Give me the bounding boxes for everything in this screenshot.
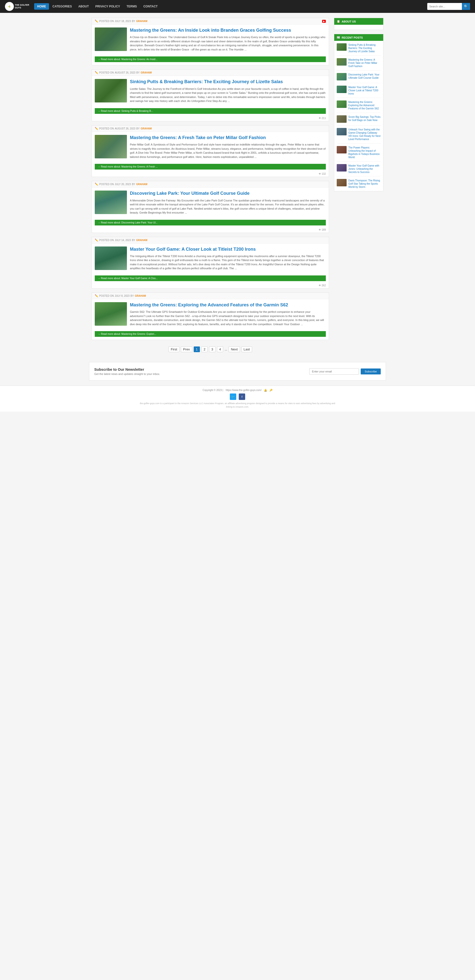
recent-post-title-9[interactable]: Master Your Golf Game with Jones: Unleas… xyxy=(348,164,381,174)
recent-post-title-3[interactable]: Discovering Lake Park: Your Ultimate Gol… xyxy=(348,73,381,80)
post-date-label-2: POSTED ON xyxy=(99,71,114,74)
nav-categories[interactable]: CATEGORIES xyxy=(49,3,75,10)
read-more-3[interactable]: → Read more about: Mastering the Greens:… xyxy=(95,164,326,170)
post-by-label-3: BY xyxy=(136,127,140,130)
post-date-label-1: POSTED ON xyxy=(99,20,114,22)
pencil-icon-2: ✏️ xyxy=(95,71,98,74)
post-views-4: 👁 189 xyxy=(92,228,329,232)
post-title-3[interactable]: Mastering the Greens: A Fresh Take on Pe… xyxy=(130,135,326,140)
recent-post-title-10[interactable]: Davis Thompson: The Rising Golf Star Tak… xyxy=(348,179,381,189)
page-prev[interactable]: Prev xyxy=(181,347,192,352)
post-author-3: GRAHAM xyxy=(140,127,152,130)
post-by-label-1: BY xyxy=(132,20,135,22)
post-author-4: GRAHAM xyxy=(136,183,147,186)
post-meta-4: ✏️ POSTED ON JULY 20, 2023 BY GRAHAM xyxy=(92,181,329,188)
post-title-5[interactable]: Master Your Golf Game: A Closer Look at … xyxy=(130,247,326,252)
nav-privacy[interactable]: PRIVACY POLICY xyxy=(92,3,123,10)
nav-about[interactable]: ABOUT xyxy=(75,3,92,10)
read-more-5[interactable]: → Read more about: Master Your Golf Game… xyxy=(95,275,326,281)
recent-item-3: Discovering Lake Park: Your Ultimate Gol… xyxy=(337,73,381,83)
sidebar-recent-content: Sinking Putts & Breaking Barriers: The E… xyxy=(334,41,383,191)
page-next[interactable]: Next xyxy=(229,347,240,352)
page-first[interactable]: First xyxy=(168,347,180,352)
post-views-5: 👁 262 xyxy=(92,284,329,288)
recent-thumb-7 xyxy=(337,128,346,135)
recent-thumb-2 xyxy=(337,58,346,65)
footer-copyright: Copyright © 2023 | xyxy=(203,389,223,391)
recent-post-title-8[interactable]: The Power Players: Unleashing the Impact… xyxy=(348,146,381,159)
post-body-4: Discovering Lake Park: Your Ultimate Gol… xyxy=(92,188,329,220)
post-date-label-4: POSTED ON xyxy=(99,183,114,186)
footer-links: Copyright © 2023 | https://www.the-golfe… xyxy=(3,389,472,391)
about-title: ABOUT US xyxy=(342,20,356,23)
post-content-5: Master Your Golf Game: A Closer Look at … xyxy=(130,247,326,272)
nav-terms[interactable]: TERMS xyxy=(124,3,140,10)
post-author-2: GRAHAM xyxy=(140,71,152,74)
facebook-icon[interactable]: f xyxy=(239,393,245,400)
post-body-1: Mastering the Greens: An Inside Look int… xyxy=(92,24,329,56)
page-2[interactable]: 2 xyxy=(202,347,208,352)
newsletter-submit-button[interactable]: Subscribe xyxy=(361,369,381,374)
recent-post-title-1[interactable]: Sinking Putts & Breaking Barriers: The E… xyxy=(348,43,381,53)
post-date-6: JULY 8, 2023 xyxy=(115,294,130,297)
sidebar-recent-header: 📰 RECENT POSTS xyxy=(334,34,383,41)
page-3[interactable]: 3 xyxy=(209,347,215,352)
post-title-1[interactable]: Mastering the Greens: An Inside Look int… xyxy=(130,27,326,33)
sidebar-about-header: 📋 ABOUT US xyxy=(334,18,383,25)
post-card-5: ✏️ POSTED ON JULY 14, 2023 BY GRAHAM Mas… xyxy=(92,237,329,288)
footer-login-icon[interactable]: 🔑 xyxy=(269,389,272,391)
recent-item-7: Unleash Your Swing with the Game-Changin… xyxy=(337,128,381,143)
page-1[interactable]: 1 xyxy=(194,347,200,352)
read-more-2[interactable]: → Read more about: Sinking Putts & Break… xyxy=(95,108,326,114)
logo-text: THE GOLFERGUYS xyxy=(15,4,29,9)
post-meta-1: ✏️ POSTED ON JULY 18, 2023 BY GRAHAM ▶ xyxy=(92,18,329,24)
newsletter-form: Subscribe xyxy=(309,368,381,375)
recent-post-title-4[interactable]: Master Your Golf Game: A Closer Look at … xyxy=(348,86,381,95)
recent-icon: 📰 xyxy=(337,36,340,39)
recent-thumb-8 xyxy=(337,146,346,153)
post-title-4[interactable]: Discovering Lake Park: Your Ultimate Gol… xyxy=(130,191,326,196)
recent-post-title-7[interactable]: Unleash Your Swing with the Game-Changin… xyxy=(348,128,381,141)
post-image-6 xyxy=(95,302,127,326)
post-card-4: ✏️ POSTED ON JULY 20, 2023 BY GRAHAM Dis… xyxy=(92,181,329,232)
post-meta-5: ✏️ POSTED ON JULY 14, 2023 BY GRAHAM xyxy=(92,237,329,243)
nav-home[interactable]: HOME xyxy=(34,3,49,10)
youtube-icon-1: ▶ xyxy=(322,20,326,23)
post-title-2[interactable]: Sinking Putts & Breaking Barriers: The E… xyxy=(130,79,326,84)
footer-site-url[interactable]: https://www.the-golfer-guys.com/ xyxy=(226,389,262,391)
post-date-5: JULY 14, 2023 xyxy=(115,239,131,242)
post-card-3: ✏️ POSTED ON AUGUST 26, 2023 BY GRAHAM M… xyxy=(92,125,329,177)
twitter-icon[interactable]: 🐦 xyxy=(230,393,236,400)
page-4[interactable]: 4 xyxy=(217,347,223,352)
recent-post-title-2[interactable]: Mastering the Greens: A Fresh Take on Pe… xyxy=(348,58,381,68)
page-last[interactable]: Last xyxy=(241,347,252,352)
newsletter-subtitle: Get the latest news and updates straight… xyxy=(94,372,304,375)
footer-rss-icon: 🔔 xyxy=(264,389,267,391)
post-title-6[interactable]: Mastering the Greens: Exploring the Adva… xyxy=(130,302,326,308)
nav-contact[interactable]: CONTACT xyxy=(140,3,160,10)
recent-thumb-6 xyxy=(337,115,346,123)
recent-post-title-6[interactable]: Score Big Savings: Top Picks for Golf Ba… xyxy=(348,115,381,122)
read-more-6[interactable]: → Read more about: Mastering the Greens:… xyxy=(95,331,326,337)
logo-area[interactable]: ⛳ THE GOLFERGUYS xyxy=(5,2,29,11)
newsletter-email-input[interactable] xyxy=(309,368,359,375)
post-image-4 xyxy=(95,191,127,214)
read-more-4[interactable]: → Read more about: Discovering Lake Park… xyxy=(95,220,326,226)
search-input[interactable] xyxy=(427,4,462,9)
post-excerpt-3: Peter Millar Golf: A Symbiosis of Style … xyxy=(130,143,326,159)
recent-title: RECENT POSTS xyxy=(342,36,363,39)
search-button[interactable]: 🔍 xyxy=(462,3,470,10)
post-by-label-4: BY xyxy=(132,183,135,186)
post-excerpt-6: Garmin S62: The Ultimate GPS Smartwatch … xyxy=(130,310,326,326)
newsletter-section: Subscribe to Our Newsletter Get the late… xyxy=(89,362,386,380)
pagination: First Prev 1 2 3 4 ... Next Last xyxy=(92,344,329,357)
logo-icon: ⛳ xyxy=(5,2,14,11)
read-more-1[interactable]: → Read more about: Mastering the Greens:… xyxy=(95,56,326,62)
newsletter-text: Subscribe to Our Newsletter Get the late… xyxy=(94,367,304,375)
post-content-4: Discovering Lake Park: Your Ultimate Gol… xyxy=(130,191,326,216)
post-card-2: ✏️ POSTED ON AUGUST 26, 2023 BY GRAHAM S… xyxy=(92,69,329,121)
post-views-2: 👁 211 xyxy=(92,117,329,121)
post-author-1: GRAHAM xyxy=(136,20,147,22)
recent-item-5: Mastering the Greens: Exploring the Adva… xyxy=(337,100,381,113)
recent-post-title-5[interactable]: Mastering the Greens: Exploring the Adva… xyxy=(348,100,381,110)
